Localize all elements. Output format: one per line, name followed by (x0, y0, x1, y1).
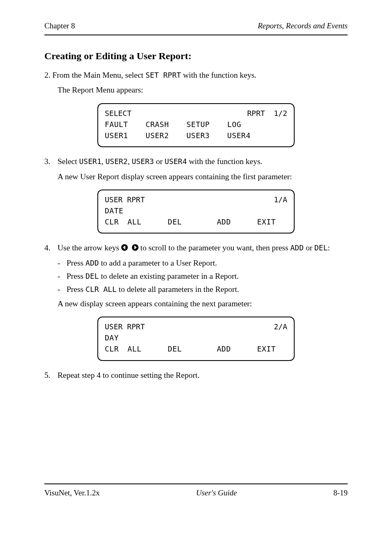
step-3-mid3: or (154, 157, 165, 166)
step-3-param4: USER4 (165, 157, 187, 166)
bullet-3: - Press CLR ALL to delete all parameters… (58, 284, 348, 295)
b2-param: DEL (85, 272, 99, 280)
step-2-text-after: with the function keys. (181, 71, 257, 79)
step-3-param2: USER2 (105, 157, 127, 166)
db1-line1-label: SELECT (105, 108, 131, 118)
bullet-dash-icon: - (58, 284, 62, 295)
step-2-text-before: 2. From the Main Menu, select (44, 71, 145, 79)
display-box-1: SELECT RPRT 1/2 FAULT CRASH SETUP LOG US… (97, 103, 295, 148)
step-4-add: ADD (290, 243, 304, 252)
top-rule (44, 35, 348, 35)
page: Chapter 8 Reports, Records and Events Cr… (0, 0, 392, 518)
step-2-param: SET RPRT (145, 71, 181, 79)
footer-right: 8-19 (333, 488, 348, 498)
db1-line3: USER1 USER2 USER3 USER4 (105, 130, 251, 141)
db3-line2: DAY (105, 333, 119, 343)
step-4-or: or (304, 243, 314, 252)
step-4-del: DEL (314, 243, 328, 252)
step-4: 4. Use the arrow keys to scroll to the p… (44, 243, 348, 253)
step-2: 2. From the Main Menu, select SET RPRT w… (44, 70, 348, 81)
db3-line1-label: USER RPRT (105, 321, 145, 332)
b2-after: to delete an existing parameter in a Rep… (99, 272, 239, 280)
step-3-number: 3. (44, 156, 53, 167)
bullet-dash-icon: - (58, 258, 62, 268)
db2-line1-value: 1/A (274, 194, 287, 205)
section-title: Creating or Editing a User Report: (44, 49, 348, 62)
step-5-number: 5. (44, 370, 53, 381)
step-3-param3: USER3 (131, 157, 154, 166)
step-4-followup: A new display screen appears containing … (58, 298, 348, 309)
step-4-text-arrow-prefix: Use the arrow keys (58, 243, 121, 252)
step-4-bullet-list: - Press ADD to add a parameter to a User… (58, 258, 348, 295)
step-4-colon: : (328, 243, 330, 252)
b1-before: Press (67, 259, 85, 267)
b1-param: ADD (85, 259, 99, 267)
b3-param: CLR ALL (85, 285, 117, 294)
step-5: 5. Repeat step 4 to continue setting the… (44, 370, 348, 381)
step-3-suffix: with the function keys. (187, 157, 263, 166)
db2-line1-label: USER RPRT (105, 194, 145, 205)
step-3-mid1: , (101, 157, 106, 166)
db1-line1-value: RPRT 1/2 (247, 108, 287, 118)
right-arrow-icon (132, 244, 138, 251)
step-4-after-arrows: to scroll to the parameter you want, the… (138, 243, 291, 252)
step-3-mid2: , (128, 157, 132, 166)
left-arrow-icon (121, 244, 128, 251)
bullet-1: - Press ADD to add a parameter to a User… (58, 258, 348, 268)
step-5-text: Repeat step 4 to continue setting the Re… (58, 370, 348, 381)
db2-line2: DATE (105, 206, 123, 216)
page-header: Chapter 8 Reports, Records and Events (44, 21, 348, 31)
header-chapter-title: Reports, Records and Events (258, 21, 348, 31)
b2-before: Press (67, 272, 85, 280)
b1-after: to add a parameter to a User Report. (99, 259, 217, 267)
bullet-2: - Press DEL to delete an existing parame… (58, 271, 348, 282)
step-3-followup: A new User Report display screen appears… (58, 171, 348, 182)
footer-left: VisuNet, Ver.1.2x (44, 488, 100, 498)
db1-line2: FAULT CRASH SETUP LOG (105, 119, 241, 130)
header-chapter-ref: Chapter 8 (44, 21, 75, 31)
step-3-param1: USER1 (79, 157, 101, 166)
footer-mid: User's Guide (196, 488, 237, 498)
bottom-rule (44, 483, 348, 484)
bullet-dash-icon: - (58, 271, 62, 282)
db3-line1-value: 2/A (274, 321, 287, 332)
db2-line3: CLR ALL DEL ADD EXIT (105, 217, 276, 227)
page-footer: VisuNet, Ver.1.2x User's Guide 8-19 (44, 483, 348, 498)
b3-after: to delete all parameters in the Report. (117, 285, 239, 294)
step-2-followup: The Report Menu appears: (58, 85, 348, 95)
db3-line3: CLR ALL DEL ADD EXIT (105, 344, 276, 354)
b3-before: Press (67, 285, 85, 294)
display-box-2: USER RPRT 1/A DATE CLR ALL DEL ADD EXIT (97, 190, 295, 234)
display-box-3: USER RPRT 2/A DAY CLR ALL DEL ADD EXIT (97, 317, 295, 361)
step-3-prefix: Select (58, 157, 79, 166)
step-4-number: 4. (44, 243, 53, 253)
step-3: 3. Select USER1, USER2, USER3 or USER4 w… (44, 156, 348, 167)
